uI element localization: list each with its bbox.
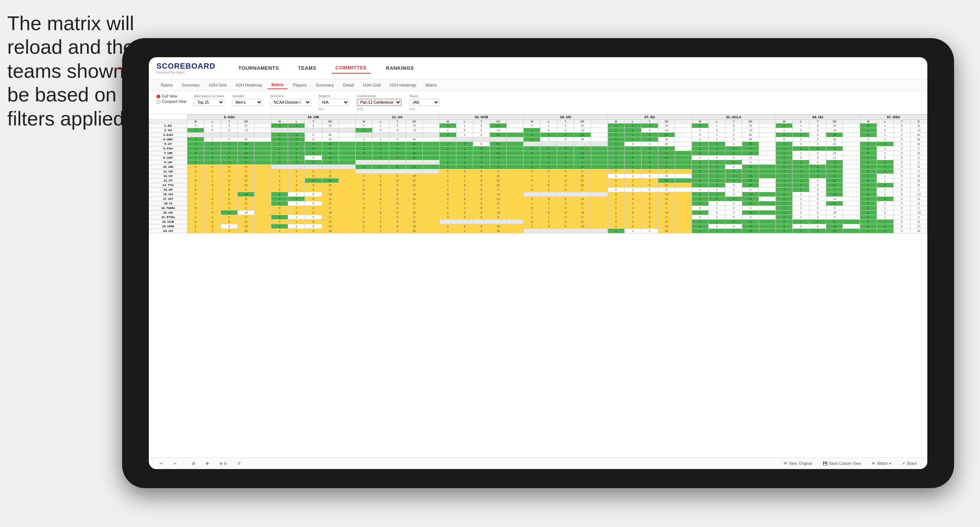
redo-btn[interactable]: ↪ — [170, 460, 179, 467]
save-custom-btn[interactable]: 💾 Save Custom View — [820, 460, 864, 467]
subnav-teams[interactable]: Teams — [156, 81, 176, 89]
matrix-cell: 0 — [641, 128, 658, 133]
row-team-label: 12. UV — [149, 174, 187, 178]
compact-view-option[interactable]: Compact View — [156, 100, 186, 104]
matrix-cell: 2 — [776, 224, 793, 229]
pan-btn[interactable]: ✥ — [203, 460, 212, 467]
matrix-cell: 0 — [473, 183, 490, 188]
matrix-cell: 2 — [439, 142, 456, 146]
matrix-cell: 0 — [809, 146, 826, 151]
nav-tournaments[interactable]: TOURNAMENTS — [234, 63, 282, 73]
matrix-cell: 1 — [372, 178, 389, 183]
region-select[interactable]: N/A East West — [319, 99, 349, 106]
bottom-toolbar: ↩ ↪ ⊞ ✥ ⊕ ⊖ ↺ 👁 View: Original 💾 Save Cu… — [149, 458, 927, 469]
gender-select[interactable]: Men's Women's — [232, 99, 263, 106]
matrix-cell: 1 — [860, 201, 877, 206]
subnav-matrix2[interactable]: Matrix — [422, 81, 441, 89]
matrix-cell: 0 — [809, 133, 826, 137]
reset-btn[interactable]: ↺ — [234, 460, 243, 467]
subnav-summary[interactable]: Summary — [178, 81, 203, 89]
matrix-cell — [591, 229, 608, 233]
matrix-cell: 0 — [826, 146, 843, 151]
matrix-cell: 11 — [826, 197, 843, 201]
matrix-cell: 0 — [305, 169, 322, 174]
matrix-cell: 1 — [860, 229, 877, 233]
matrix-cell: 1 — [691, 210, 708, 215]
matrix-cell: 22 — [406, 178, 422, 183]
subnav-h2h-grid[interactable]: H2H Grid — [205, 81, 230, 89]
view-original-btn[interactable]: 👁 View: Original — [780, 460, 816, 467]
matrix-cell: 0 — [725, 215, 742, 220]
matrix-cell — [406, 169, 422, 174]
undo-btn[interactable]: ↩ — [156, 460, 166, 467]
matrix-cell: 36 — [826, 137, 843, 142]
matrix-cell: 0 — [473, 169, 490, 174]
matrix-cell: 0 — [809, 206, 826, 210]
matrix-cell — [422, 142, 439, 146]
nav-teams[interactable]: TEAMS — [294, 63, 320, 73]
matrix-cell: 23 — [574, 124, 591, 128]
matrix-cell: 0 — [877, 169, 893, 174]
matrix-cell: 0 — [372, 210, 389, 215]
full-view-option[interactable]: Full View — [156, 94, 186, 98]
subnav-h2h-grid2[interactable]: H2H Grid — [359, 81, 384, 89]
matrix-cell — [422, 188, 439, 192]
matrix-cell: 1 — [372, 165, 389, 169]
matrix-cell: 0 — [473, 197, 490, 201]
matrix-cell: 0 — [221, 169, 238, 174]
watch-btn[interactable]: 👁 Watch ▾ — [869, 460, 894, 467]
zoom-btn[interactable]: ⊞ — [189, 460, 198, 467]
subnav-h2h-heatmap2[interactable]: H2H Heatmap — [386, 81, 420, 89]
matrix-cell: 2 — [271, 224, 288, 229]
nav-rankings[interactable]: RANKINGS — [382, 63, 417, 73]
matrix-cell: 15 — [238, 174, 255, 178]
matrix-cell: 2 — [860, 142, 877, 146]
matrix-cell — [591, 210, 608, 215]
settings-btn[interactable]: ⊕ ⊖ — [216, 460, 230, 467]
max-teams-select[interactable]: Top 25 Top 50 All — [194, 99, 224, 106]
matrix-cell: 0 — [641, 137, 658, 142]
matrix-cell: 0 — [641, 156, 658, 160]
matrix-cell: 0 — [893, 229, 910, 233]
conference-select[interactable]: Pac-12 Conference (All) ACC Big Ten — [357, 99, 401, 106]
matrix-cell: 0 — [809, 165, 826, 169]
matrix-cell: 1 — [877, 229, 893, 233]
matrix-cell: 0 — [742, 169, 759, 174]
matrix-cell: 0 — [708, 128, 725, 133]
matrix-cell: 0 — [826, 215, 843, 220]
matrix-cell: 0 — [641, 142, 658, 146]
matrix-cell: 0 — [456, 142, 473, 146]
matrix-wrapper[interactable]: 3. ASU 10. UW 11. UA 22. UCB 24. UO 27. … — [149, 114, 927, 458]
division-select[interactable]: NCAA Division I NCAA Division II NCAA Di… — [270, 99, 311, 106]
matrix-cell: 1 — [624, 146, 641, 151]
matrix-cell: 1 — [608, 146, 624, 151]
matrix-cell — [591, 133, 608, 137]
matrix-cell: 1 — [608, 210, 624, 215]
matrix-cell: 0 — [641, 124, 658, 128]
matrix-cell: 72 — [658, 165, 675, 169]
subnav-matrix[interactable]: Matrix — [268, 81, 287, 89]
matrix-cell: 11 — [658, 201, 675, 206]
matrix-cell: 1 — [439, 183, 456, 188]
row-team-label: 21. ETSU — [149, 215, 187, 220]
matrix-cell: 1 — [372, 188, 389, 192]
subnav-players[interactable]: Players — [289, 81, 311, 89]
matrix-cell: 0 — [187, 151, 204, 156]
matrix-cell: 1 — [540, 146, 557, 151]
team-select[interactable]: (All) — [409, 99, 440, 106]
matrix-cell — [759, 229, 776, 233]
matrix-row: 17. GIT200112001120011200112001120011200… — [149, 197, 927, 201]
matrix-cell — [255, 224, 271, 229]
subnav-detail[interactable]: Detail — [339, 81, 358, 89]
matrix-cell: 0 — [305, 156, 322, 160]
nav-committee[interactable]: COMMITTEE — [332, 63, 371, 74]
col-uu: 54. UU — [776, 115, 860, 120]
matrix-row: 2. VU100-12100-12100-12100-12100-12100-1… — [149, 128, 927, 133]
matrix-row: 4. UNC0103601036010360103601036010360103… — [149, 137, 927, 142]
matrix-cell: 0 — [355, 220, 372, 224]
matrix-cell: 0 — [187, 165, 204, 169]
subnav-h2h-heatmap[interactable]: H2H Heatmap — [232, 81, 266, 89]
matrix-cell: 0 — [641, 133, 658, 137]
share-btn[interactable]: ↗ Share — [899, 460, 920, 467]
subnav-summary2[interactable]: Summary — [312, 81, 338, 89]
